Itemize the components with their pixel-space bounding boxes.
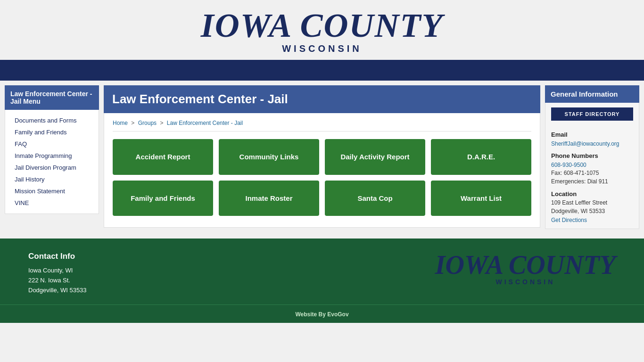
location-street: 109 East Leffler Street bbox=[551, 198, 633, 207]
footer-main: Contact Info Iowa County, WI 222 N. Iowa… bbox=[0, 239, 644, 304]
breadcrumb-groups[interactable]: Groups bbox=[138, 120, 157, 126]
sidebar-item-vine[interactable]: VINE bbox=[5, 197, 99, 209]
btn-dare[interactable]: D.A.R.E. bbox=[431, 139, 531, 175]
site-title-main: IOWA COUNTY bbox=[0, 8, 644, 42]
footer-bottom: Website By EvoGov bbox=[0, 304, 644, 323]
breadcrumb-current[interactable]: Law Enforcement Center - Jail bbox=[167, 120, 243, 126]
email-link[interactable]: SheriffJail@iowacounty.org bbox=[551, 140, 619, 147]
btn-warrant-list[interactable]: Warrant List bbox=[431, 181, 531, 216]
fax-text: Fax: 608-471-1075 bbox=[551, 169, 633, 177]
right-sidebar-title: General Information bbox=[545, 85, 639, 103]
content-area: Law Enforcement Center - Jail Home > Gro… bbox=[104, 85, 540, 229]
staff-directory-button[interactable]: STAFF DIRECTORY bbox=[551, 107, 633, 121]
btn-santa-cop[interactable]: Santa Cop bbox=[325, 181, 425, 216]
site-title-sub: WISCONSIN bbox=[0, 43, 644, 54]
left-sidebar: Law Enforcement Center - Jail Menu Docum… bbox=[5, 85, 99, 229]
emergency-text: Emergencies: Dial 911 bbox=[551, 177, 633, 186]
footer-contact: Contact Info Iowa County, WI 222 N. Iowa… bbox=[28, 252, 87, 295]
right-sidebar-body: STAFF DIRECTORY Email SheriffJail@iowaco… bbox=[545, 103, 639, 229]
sidebar-nav: Documents and Forms Family and Friends F… bbox=[5, 110, 99, 214]
footer-contact-title: Contact Info bbox=[28, 252, 87, 261]
btn-community-links[interactable]: Community Links bbox=[219, 139, 319, 175]
phone-main-link[interactable]: 608-930-9500 bbox=[551, 162, 586, 168]
sidebar-item-jail-history[interactable]: Jail History bbox=[5, 173, 99, 185]
sidebar-item-mission[interactable]: Mission Statement bbox=[5, 185, 99, 197]
footer-logo: IOWA COUNTY WISCONSIN bbox=[435, 252, 616, 286]
btn-inmate-roster[interactable]: Inmate Roster bbox=[219, 181, 319, 216]
location-label: Location bbox=[551, 190, 633, 197]
footer-contact-line1: Iowa County, WI bbox=[28, 267, 73, 274]
sidebar-title: Law Enforcement Center - Jail Menu bbox=[5, 85, 99, 110]
footer-contact-line2: 222 N. Iowa St. bbox=[28, 277, 70, 284]
footer-credit-link[interactable]: Website By EvoGov bbox=[295, 311, 348, 318]
phone-label: Phone Numbers bbox=[551, 152, 633, 159]
directions-link[interactable]: Get Directions bbox=[551, 217, 587, 223]
footer: Contact Info Iowa County, WI 222 N. Iowa… bbox=[0, 239, 644, 323]
btn-accident-report[interactable]: Accident Report bbox=[113, 139, 213, 175]
content-button-grid: Accident Report Community Links Daily Ac… bbox=[113, 139, 531, 216]
email-label: Email bbox=[551, 131, 633, 138]
sidebar-item-faq[interactable]: FAQ bbox=[5, 138, 99, 150]
site-header: IOWA COUNTY WISCONSIN bbox=[0, 0, 644, 63]
nav-bar bbox=[0, 63, 644, 81]
footer-contact-line3: Dodgeville, WI 53533 bbox=[28, 287, 87, 294]
breadcrumb-home[interactable]: Home bbox=[113, 120, 128, 126]
right-sidebar: General Information STAFF DIRECTORY Emai… bbox=[545, 85, 639, 229]
content-body: Home > Groups > Law Enforcement Center -… bbox=[104, 113, 540, 228]
location-city: Dodgeville, WI 53533 bbox=[551, 207, 633, 215]
sidebar-item-family[interactable]: Family and Friends bbox=[5, 126, 99, 138]
breadcrumb-sep1: > bbox=[131, 120, 134, 126]
sidebar-item-documents[interactable]: Documents and Forms bbox=[5, 115, 99, 126]
main-wrapper: Law Enforcement Center - Jail Menu Docum… bbox=[0, 81, 644, 234]
sidebar-item-jail-diversion[interactable]: Jail Diversion Program bbox=[5, 162, 99, 173]
breadcrumb: Home > Groups > Law Enforcement Center -… bbox=[113, 120, 531, 132]
sidebar-item-inmate-programming[interactable]: Inmate Programming bbox=[5, 150, 99, 162]
breadcrumb-sep2: > bbox=[160, 120, 163, 126]
btn-family-and-friends[interactable]: Family and Friends bbox=[113, 181, 213, 216]
btn-daily-activity-report[interactable]: Daily Activity Report bbox=[325, 139, 425, 175]
page-title: Law Enforcement Center - Jail bbox=[104, 85, 540, 113]
footer-logo-title: IOWA COUNTY bbox=[435, 252, 616, 278]
